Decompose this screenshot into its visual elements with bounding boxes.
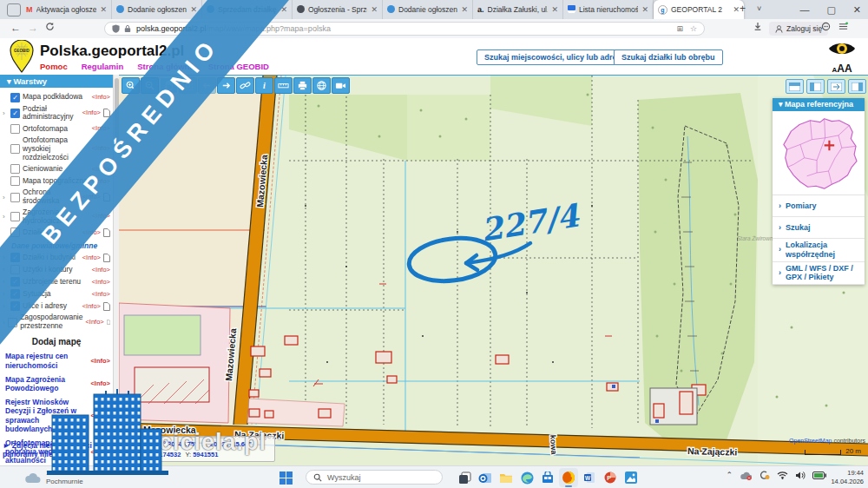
layer-row[interactable]: ›✓Podział administracyjny<Info>	[3, 103, 110, 123]
system-tray: ⌃	[726, 470, 826, 480]
browser-tab[interactable]: Dodanie ogłoszenia: sprze:✕	[383, 0, 473, 19]
maximize-button[interactable]: ▢	[826, 4, 835, 16]
layer-info-link[interactable]: <Info>	[92, 267, 110, 274]
tab-close-icon[interactable]: ✕	[551, 5, 558, 14]
info-icon[interactable]: i	[255, 77, 273, 94]
layout-toggle-icon[interactable]	[786, 79, 804, 94]
taskbar-search[interactable]: Wyszukaj	[306, 470, 443, 485]
tab-close-icon[interactable]: ✕	[100, 5, 107, 14]
powerpoint-taskbar-icon[interactable]: P	[601, 468, 620, 487]
tab-close-icon[interactable]: ✕	[733, 5, 740, 14]
browser-tab[interactable]: MAktywacja ogłoszenia na c✕	[22, 0, 112, 19]
link-icon[interactable]	[236, 77, 254, 94]
layer-checkbox[interactable]	[10, 144, 20, 154]
tab-list-button[interactable]: ˅	[757, 4, 761, 13]
layer-info-link[interactable]: <Info>	[82, 254, 101, 262]
photos-taskbar-icon[interactable]	[621, 468, 641, 487]
document-icon[interactable]	[103, 254, 110, 262]
store-taskbar-icon[interactable]	[538, 468, 557, 487]
measure-icon[interactable]	[274, 77, 293, 94]
start-button[interactable]	[276, 468, 295, 487]
document-icon[interactable]	[103, 228, 110, 237]
layer-checkbox[interactable]	[10, 164, 20, 174]
search-parcel-button[interactable]: Szukaj działki lub obrębu	[614, 49, 723, 65]
word-taskbar-icon[interactable]: W	[580, 468, 599, 487]
layer-info-link[interactable]: <Info>	[82, 109, 101, 117]
browser-tab[interactable]: Dodanie ogłoszenia: sprze:✕	[112, 0, 202, 19]
tab-close-icon[interactable]: ✕	[641, 5, 648, 14]
layer-checkbox[interactable]	[10, 193, 20, 202]
layer-info-link[interactable]: <Info>	[92, 291, 110, 299]
battery-icon[interactable]	[812, 472, 826, 479]
outlook-taskbar-icon[interactable]	[476, 468, 495, 487]
layer-checkbox[interactable]: ✓	[10, 93, 20, 102]
poland-overview-map[interactable]	[773, 111, 865, 195]
sync-icon[interactable]	[821, 22, 831, 34]
layer-info-link[interactable]: <Info>	[82, 303, 101, 311]
tray-chevron-icon[interactable]: ⌃	[726, 471, 733, 479]
globe-icon[interactable]	[312, 77, 331, 94]
layer-info-link[interactable]: <Info>	[92, 94, 110, 102]
taskbar-clock[interactable]: 19:4414.04.2026	[831, 469, 864, 486]
layer-info-link[interactable]: <Info>	[85, 319, 103, 326]
new-tab-button[interactable]: +	[740, 3, 746, 15]
reference-menu-item[interactable]: ›Lokalizacja współrzędnej	[773, 239, 865, 262]
onedrive-icon[interactable]	[740, 471, 752, 480]
update-icon[interactable]	[759, 470, 770, 480]
layer-row[interactable]: ✓Mapa podkładowa<Info>	[3, 91, 110, 103]
map-canvas[interactable]: Stara Żwirownia Mazowiecka Mazowiecka Ma…	[119, 76, 868, 466]
tab-close-icon[interactable]: ✕	[461, 5, 468, 14]
firefox-view-icon[interactable]	[7, 3, 21, 16]
reload-icon[interactable]	[45, 22, 55, 34]
layer-checkbox[interactable]: ✓	[10, 109, 20, 118]
reference-menu-item[interactable]: ›Szukaj	[773, 217, 865, 239]
expand-chevron-icon[interactable]: ›	[3, 194, 8, 201]
header-link[interactable]: Regulamin	[82, 62, 124, 71]
add-map-link[interactable]: Mapa rejestru cen nieruchomości<Info>	[3, 349, 110, 372]
layer-checkbox[interactable]	[10, 176, 20, 186]
document-icon[interactable]	[103, 302, 110, 311]
document-icon[interactable]	[107, 318, 110, 326]
save-to-collection-icon[interactable]: ⊞	[676, 24, 683, 33]
expand-chevron-icon[interactable]: ›	[3, 109, 8, 117]
map-viewport[interactable]: Stara Żwirownia Mazowiecka Mazowiecka Ma…	[119, 75, 868, 466]
reference-menu-item[interactable]: ›GML / WFS / DXF / GPX / Pikiety	[773, 262, 865, 286]
browser-tab[interactable]: Ogłoszenia - Sprzedam, ku✕	[293, 0, 383, 19]
layer-info-link[interactable]: <Info>	[92, 279, 110, 287]
login-button[interactable]: Zaloguj się	[769, 22, 828, 36]
firefox-taskbar-icon[interactable]	[559, 468, 578, 487]
layers-panel-header[interactable]: ▾ Warstwy	[0, 75, 113, 88]
browser-tab[interactable]: gGEOPORTAL 2✕	[654, 0, 744, 19]
reference-panel-header[interactable]: ▾ Mapa referencyjna	[773, 98, 865, 111]
browser-tab[interactable]: a.Działka Załuski, ul. Mazowi✕	[473, 0, 563, 19]
task-view-taskbar-icon[interactable]	[455, 468, 474, 487]
browser-tab[interactable]: Lista nieruchomości✕	[563, 0, 654, 19]
camera-icon[interactable]	[332, 77, 350, 94]
expand-chevron-icon[interactable]: ›	[3, 213, 8, 221]
wifi-icon[interactable]	[777, 471, 788, 479]
layout-toggle-icon[interactable]	[848, 79, 866, 94]
forward-icon[interactable]: →	[28, 22, 38, 34]
edge-taskbar-icon[interactable]	[517, 468, 536, 487]
tab-close-icon[interactable]: ✕	[371, 5, 378, 14]
osm-link[interactable]: OpenStreetMap	[789, 438, 832, 444]
map-link-info[interactable]: <Info>	[90, 379, 110, 387]
layer-checkbox[interactable]	[10, 124, 20, 134]
volume-icon[interactable]	[795, 471, 806, 480]
map-link-info[interactable]: <Info>	[90, 357, 110, 365]
menu-icon[interactable]	[838, 22, 848, 34]
search-place-button[interactable]: Szukaj miejscowości, ulicy lub adresu	[477, 49, 634, 65]
reference-menu-item[interactable]: ›Pomiary	[773, 195, 865, 217]
minimize-button[interactable]: —	[799, 4, 809, 15]
downloads-icon[interactable]	[753, 22, 762, 34]
accessibility-control[interactable]: AAA	[825, 40, 859, 75]
layout-toggle-icon[interactable]	[827, 79, 845, 94]
layout-toggle-icon[interactable]	[806, 79, 825, 94]
layer-checkbox[interactable]	[10, 212, 20, 221]
print-icon[interactable]	[293, 77, 312, 94]
back-icon[interactable]: ←	[10, 22, 21, 34]
file-explorer-taskbar-icon[interactable]	[496, 468, 516, 487]
header-link[interactable]: Pomoc	[40, 62, 68, 71]
bookmark-star-icon[interactable]: ☆	[690, 24, 697, 33]
close-button[interactable]: ✕	[853, 4, 861, 16]
